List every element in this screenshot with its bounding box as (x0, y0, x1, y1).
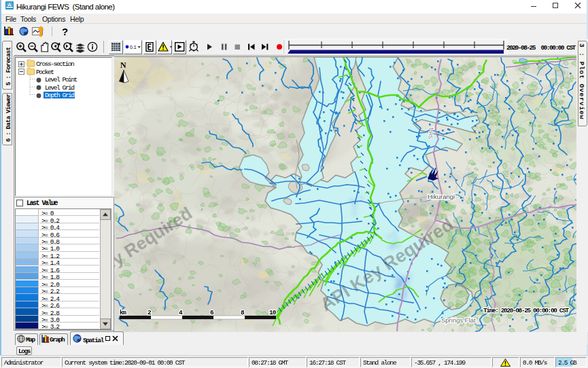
svg-text:6 : Data Viewer: 6 : Data Viewer (5, 94, 12, 142)
svg-text:Time: 2020-08-25 00:00:00 CST: Time: 2020-08-25 00:00:00 CST (483, 307, 569, 314)
svg-text:SH 1: SH 1 (428, 126, 434, 139)
svg-text:0.1: 0.1 (130, 45, 137, 50)
svg-text:Hikurangi: Hikurangi (428, 193, 455, 200)
svg-text:N: N (120, 60, 126, 70)
svg-text:5 : Forecast: 5 : Forecast (5, 47, 12, 86)
svg-text:3 : Plot Overview: 3 : Plot Overview (578, 43, 585, 119)
svg-text:Springs Flat: Springs Flat (441, 316, 476, 324)
svg-text:10: 10 (269, 309, 277, 316)
